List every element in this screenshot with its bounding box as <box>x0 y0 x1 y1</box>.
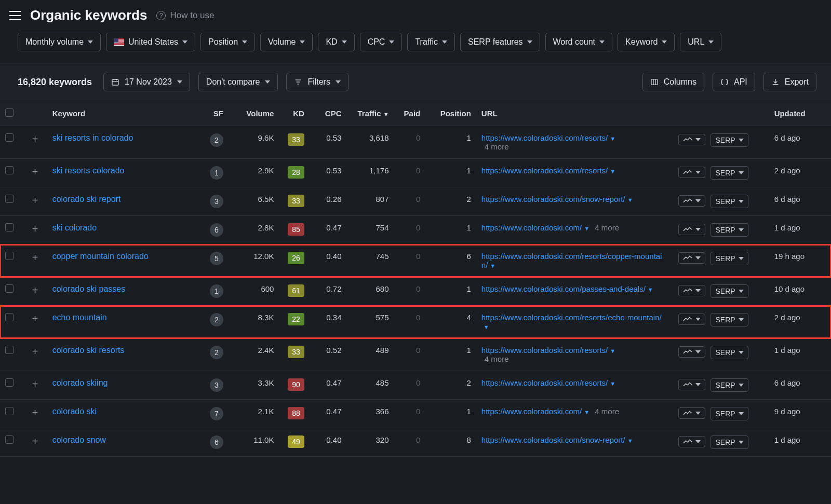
filter-volume[interactable]: Volume <box>260 33 313 51</box>
sf-badge[interactable]: 1 <box>210 166 223 180</box>
more-urls[interactable]: 4 more <box>485 142 668 151</box>
chart-button[interactable] <box>678 346 705 358</box>
row-checkbox[interactable] <box>5 166 14 174</box>
sf-badge[interactable]: 2 <box>210 313 223 326</box>
chart-button[interactable] <box>678 436 705 447</box>
col-updated[interactable]: Updated <box>769 101 831 126</box>
chart-button[interactable] <box>678 407 705 419</box>
keyword-link[interactable]: colorado skiing <box>52 378 108 387</box>
expand-icon[interactable]: + <box>30 435 41 447</box>
keyword-link[interactable]: copper mountain colorado <box>52 252 149 261</box>
chart-button[interactable] <box>678 252 705 264</box>
col-volume[interactable]: Volume <box>229 101 279 126</box>
keyword-link[interactable]: ski resorts in colorado <box>52 133 133 142</box>
keyword-link[interactable]: ski colorado <box>52 223 97 232</box>
row-checkbox[interactable] <box>5 378 14 387</box>
filter-position[interactable]: Position <box>200 33 255 51</box>
filter-traffic[interactable]: Traffic <box>407 33 455 51</box>
sf-badge[interactable]: 6 <box>210 435 223 449</box>
row-checkbox[interactable] <box>5 313 14 321</box>
expand-icon[interactable]: + <box>30 252 41 263</box>
expand-icon[interactable]: + <box>30 133 41 145</box>
url-link[interactable]: https://www.coloradoski.com/ <box>481 223 582 232</box>
url-dropdown-icon[interactable]: ▼ <box>484 324 489 330</box>
expand-icon[interactable]: + <box>30 407 41 418</box>
col-sf[interactable]: SF <box>200 101 229 126</box>
expand-icon[interactable]: + <box>30 378 41 390</box>
serp-button[interactable]: SERP <box>711 166 748 180</box>
compare-dropdown[interactable]: Don't compare <box>198 73 278 91</box>
url-link[interactable]: https://www.coloradoski.com/resorts/ <box>481 346 608 355</box>
serp-button[interactable]: SERP <box>711 195 748 208</box>
row-checkbox[interactable] <box>5 223 14 231</box>
date-picker[interactable]: 17 Nov 2023 <box>103 73 190 91</box>
row-checkbox[interactable] <box>5 407 14 415</box>
keyword-link[interactable]: colorado ski passes <box>52 284 126 293</box>
serp-button[interactable]: SERP <box>711 133 748 147</box>
chart-button[interactable] <box>678 134 705 145</box>
chart-button[interactable] <box>678 224 705 235</box>
expand-icon[interactable]: + <box>30 284 41 296</box>
select-all-checkbox[interactable] <box>5 108 14 117</box>
url-dropdown-icon[interactable]: ▼ <box>627 438 633 444</box>
sf-badge[interactable]: 2 <box>210 346 223 359</box>
serp-button[interactable]: SERP <box>711 252 748 265</box>
more-urls[interactable]: 4 more <box>485 355 668 363</box>
url-dropdown-icon[interactable]: ▼ <box>610 168 615 174</box>
keyword-link[interactable]: colorado ski report <box>52 195 121 203</box>
chart-button[interactable] <box>678 379 705 390</box>
expand-icon[interactable]: + <box>30 223 41 235</box>
row-checkbox[interactable] <box>5 346 14 354</box>
url-dropdown-icon[interactable]: ▼ <box>584 409 589 415</box>
url-dropdown-icon[interactable]: ▼ <box>490 263 495 269</box>
col-kd[interactable]: KD <box>279 101 310 126</box>
col-traffic[interactable]: Traffic ▼ <box>347 101 394 126</box>
filter-word-count[interactable]: Word count <box>545 33 613 51</box>
keyword-link[interactable]: echo mountain <box>52 313 107 322</box>
menu-icon[interactable] <box>9 11 21 20</box>
expand-icon[interactable]: + <box>30 313 41 324</box>
col-position[interactable]: Position <box>425 101 476 126</box>
filters-button[interactable]: Filters <box>286 73 349 91</box>
row-checkbox[interactable] <box>5 435 14 444</box>
row-checkbox[interactable] <box>5 284 14 293</box>
url-link[interactable]: https://www.coloradoski.com/resorts/ <box>481 133 608 142</box>
keyword-link[interactable]: colorado ski resorts <box>52 346 125 355</box>
serp-button[interactable]: SERP <box>711 313 748 326</box>
serp-button[interactable]: SERP <box>711 407 748 420</box>
filter-keyword[interactable]: Keyword <box>618 33 675 51</box>
more-urls[interactable]: 4 more <box>595 223 619 232</box>
col-keyword[interactable]: Keyword <box>47 101 200 126</box>
keyword-link[interactable]: colorado ski <box>52 407 97 416</box>
chart-button[interactable] <box>678 314 705 325</box>
more-urls[interactable]: 4 more <box>595 407 619 416</box>
url-dropdown-icon[interactable]: ▼ <box>610 348 615 354</box>
keyword-link[interactable]: colorado snow <box>52 435 106 444</box>
url-link[interactable]: https://www.coloradoski.com/resorts/ <box>481 166 608 175</box>
expand-icon[interactable]: + <box>30 346 41 357</box>
filter-cpc[interactable]: CPC <box>360 33 403 51</box>
col-paid[interactable]: Paid <box>394 101 426 126</box>
expand-icon[interactable]: + <box>30 195 41 206</box>
url-link[interactable]: https://www.coloradoski.com/passes-and-d… <box>481 284 646 293</box>
api-button[interactable]: API <box>713 73 755 91</box>
serp-button[interactable]: SERP <box>711 435 748 449</box>
col-url[interactable]: URL <box>476 101 673 126</box>
url-dropdown-icon[interactable]: ▼ <box>584 225 589 231</box>
serp-button[interactable]: SERP <box>711 346 748 359</box>
sf-badge[interactable]: 2 <box>210 133 223 147</box>
keyword-link[interactable]: ski resorts colorado <box>52 166 125 175</box>
sf-badge[interactable]: 5 <box>210 252 223 265</box>
serp-button[interactable]: SERP <box>711 378 748 392</box>
url-dropdown-icon[interactable]: ▼ <box>648 287 653 293</box>
url-dropdown-icon[interactable]: ▼ <box>610 380 615 387</box>
filter-monthly-volume[interactable]: Monthly volume <box>18 33 101 51</box>
filter-serp-features[interactable]: SERP features <box>460 33 540 51</box>
row-checkbox[interactable] <box>5 252 14 260</box>
how-to-use-link[interactable]: ? How to use <box>156 10 214 21</box>
sf-badge[interactable]: 6 <box>210 223 223 237</box>
url-link[interactable]: https://www.coloradoski.com/resorts/copp… <box>481 252 662 269</box>
url-link[interactable]: https://www.coloradoski.com/resorts/echo… <box>481 313 662 322</box>
filter-url[interactable]: URL <box>680 33 721 51</box>
row-checkbox[interactable] <box>5 195 14 203</box>
